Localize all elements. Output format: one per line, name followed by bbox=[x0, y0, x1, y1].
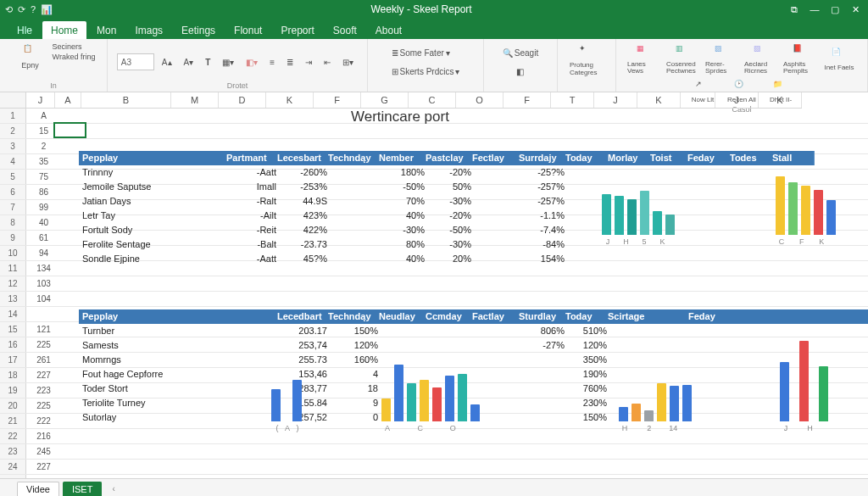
row-header[interactable]: 15 bbox=[0, 322, 26, 337]
tab-preport[interactable]: Preport bbox=[272, 21, 322, 39]
cell-col-a[interactable]: 225 bbox=[26, 398, 61, 413]
col-header[interactable]: M bbox=[171, 92, 219, 108]
cell-col-a[interactable]: 2 bbox=[26, 139, 61, 153]
sort-button[interactable]: ≣ Some Fater▾ bbox=[387, 44, 454, 61]
inet-button[interactable]: 📄Inet Faels bbox=[821, 46, 858, 73]
file-tab[interactable]: Hle bbox=[8, 21, 41, 39]
cell-col-a[interactable]: 35 bbox=[26, 154, 61, 169]
extra-button[interactable]: ⧉ bbox=[785, 2, 804, 17]
col-header[interactable]: D bbox=[219, 92, 266, 108]
tab-flonut[interactable]: Flonut bbox=[225, 21, 270, 39]
undo-icon[interactable]: ⟲ bbox=[5, 4, 13, 15]
merge-button[interactable]: ⊞ Skerts Prdcics▾ bbox=[387, 63, 465, 80]
minimize-button[interactable]: — bbox=[805, 2, 824, 17]
chart-icon[interactable]: 📊 bbox=[41, 4, 53, 15]
cell-col-a[interactable]: 94 bbox=[26, 246, 61, 260]
scroll-nav-left[interactable]: ‹ bbox=[112, 484, 114, 493]
asphits-button[interactable]: 📕Asphits Pemplts bbox=[782, 42, 819, 76]
row-header[interactable]: 8 bbox=[0, 215, 26, 230]
cell-col-a[interactable]: 104 bbox=[26, 292, 61, 306]
row-header[interactable]: 16 bbox=[0, 337, 26, 352]
cell-col-a[interactable]: 15 bbox=[26, 124, 61, 138]
sheet-tab-2[interactable]: ISET bbox=[63, 482, 102, 496]
row-header[interactable]: 14 bbox=[0, 307, 26, 321]
col-header[interactable] bbox=[681, 92, 715, 108]
outdent-icon[interactable]: ⇤ bbox=[320, 53, 335, 70]
select-all-corner[interactable] bbox=[0, 92, 26, 109]
col-header[interactable]: A bbox=[55, 92, 81, 108]
rerer-button[interactable]: ▨Rerer- Sprdes bbox=[704, 42, 741, 76]
lanes-button[interactable]: ▦Lanes Vews bbox=[626, 42, 663, 76]
col-header[interactable]: F bbox=[314, 92, 361, 108]
row-header[interactable]: 1 bbox=[0, 109, 26, 123]
row-header[interactable]: 18 bbox=[0, 368, 26, 382]
tab-mon[interactable]: Mon bbox=[88, 21, 125, 39]
col-header[interactable]: T bbox=[551, 92, 594, 108]
col-header[interactable]: C bbox=[409, 92, 456, 108]
row-header[interactable]: 13 bbox=[0, 292, 26, 306]
row-header[interactable]: 5 bbox=[0, 170, 26, 184]
col-header[interactable]: F bbox=[504, 92, 551, 108]
maximize-button[interactable]: ▢ bbox=[826, 2, 844, 17]
cell-col-a[interactable]: 223 bbox=[26, 383, 61, 398]
sheet-tab-1[interactable]: Videe bbox=[17, 482, 59, 496]
paste-button[interactable]: 📋 Epny bbox=[12, 42, 49, 71]
row-header[interactable]: 7 bbox=[0, 200, 26, 215]
cosenred-button[interactable]: ▥Cosenred Pectwnes bbox=[665, 42, 702, 76]
cell-col-a[interactable]: 261 bbox=[26, 353, 61, 367]
fill-icon[interactable]: ◧▾ bbox=[242, 53, 262, 70]
col-header[interactable]: O bbox=[456, 92, 504, 108]
worksheet[interactable]: JABMDKFGCOFTJKJK 1A215324355756867998409… bbox=[0, 92, 868, 478]
row-header[interactable]: 10 bbox=[0, 246, 26, 260]
cell-col-a[interactable]: 222 bbox=[26, 414, 61, 428]
border-icon[interactable]: ▦▾ bbox=[218, 53, 238, 70]
cell-col-a[interactable]: 225 bbox=[26, 337, 61, 352]
row-header[interactable]: 24 bbox=[0, 460, 26, 474]
col-header[interactable]: K bbox=[637, 92, 681, 108]
column-headers[interactable]: JABMDKFGCOFTJKJK bbox=[26, 92, 802, 109]
cell-col-a[interactable] bbox=[26, 307, 61, 321]
align-left-icon[interactable]: ≡ bbox=[265, 53, 279, 70]
cell-col-a[interactable]: 216 bbox=[26, 429, 61, 443]
align-center-icon[interactable]: ≣ bbox=[282, 53, 298, 70]
cell-col-a[interactable]: 103 bbox=[26, 276, 61, 291]
row-header[interactable]: 19 bbox=[0, 383, 26, 398]
row-header[interactable]: 9 bbox=[0, 231, 26, 245]
tab-imags[interactable]: Imags bbox=[126, 21, 171, 39]
col-header[interactable]: J bbox=[594, 92, 637, 108]
cell-col-a[interactable]: 134 bbox=[26, 261, 61, 276]
categories-button[interactable]: ✦ Protung Categres bbox=[568, 42, 605, 78]
row-header[interactable]: 20 bbox=[0, 398, 26, 413]
col-header[interactable]: K bbox=[759, 92, 802, 108]
tab-about[interactable]: About bbox=[367, 21, 410, 39]
row-header[interactable]: 25 bbox=[0, 475, 26, 478]
aeclard-button[interactable]: ▧Aeclard Ricrnes bbox=[743, 42, 780, 76]
cell-col-a[interactable]: 227 bbox=[26, 368, 61, 382]
indent-icon[interactable]: ⇥ bbox=[301, 53, 316, 70]
cell-col-a[interactable]: 40 bbox=[26, 215, 61, 230]
col-header[interactable]: J bbox=[26, 92, 55, 108]
cell-col-a[interactable]: A bbox=[26, 109, 61, 123]
cell-col-a[interactable]: 121 bbox=[26, 322, 61, 337]
row-header[interactable]: 4 bbox=[0, 154, 26, 169]
cell-col-a[interactable]: 61 bbox=[26, 231, 61, 245]
row-header[interactable]: 23 bbox=[0, 444, 26, 459]
cell-col-a[interactable]: 86 bbox=[26, 185, 61, 199]
row-header[interactable]: 12 bbox=[0, 276, 26, 291]
row-header[interactable]: 21 bbox=[0, 414, 26, 428]
seciners-label[interactable]: Seciners bbox=[53, 42, 96, 51]
row-header[interactable]: 11 bbox=[0, 261, 26, 276]
cell-col-a[interactable]: 245 bbox=[26, 444, 61, 459]
cell-col-a[interactable]: 227 bbox=[26, 460, 61, 474]
close-button[interactable]: ✕ bbox=[846, 2, 865, 17]
col-header[interactable]: K bbox=[266, 92, 314, 108]
row-header[interactable]: 6 bbox=[0, 185, 26, 199]
font-bigger-icon[interactable]: A▴ bbox=[158, 53, 176, 70]
find-button[interactable]: 🔍 Seagit bbox=[498, 44, 542, 61]
tab-eetings[interactable]: Eetings bbox=[173, 21, 224, 39]
help-icon[interactable]: ? bbox=[31, 4, 36, 14]
col-header[interactable]: G bbox=[361, 92, 409, 108]
col-header[interactable]: J bbox=[715, 92, 759, 108]
wraked-label[interactable]: Wraked fring bbox=[53, 53, 96, 61]
table-icon[interactable]: ◧ bbox=[512, 63, 528, 80]
